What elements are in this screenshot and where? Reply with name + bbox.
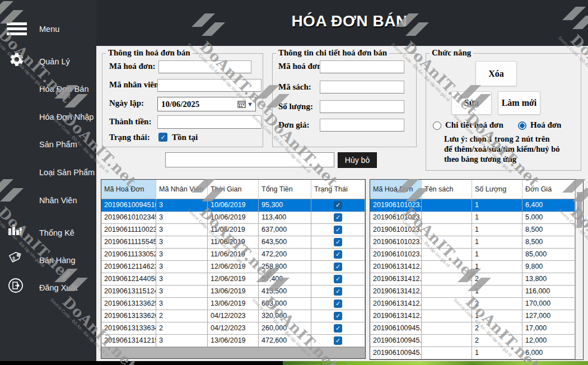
column-header[interactable]: Trạng Thái: [311, 180, 365, 199]
status-checkbox[interactable]: ✓: [334, 275, 342, 283]
table-cell[interactable]: 20190611115545: [101, 236, 156, 249]
table-row[interactable]: 20190611133052311/06/2019472,200✓: [101, 249, 365, 261]
status-checkbox[interactable]: ✓: [334, 287, 342, 296]
table-cell[interactable]: [422, 298, 472, 310]
table-cell[interactable]: 127,000: [522, 310, 575, 322]
sidebar-item-hoa-don-ban[interactable]: Hóa Đơn Bán: [0, 80, 96, 99]
table-cell[interactable]: [422, 335, 472, 347]
table-cell[interactable]: 201906131412...: [370, 261, 422, 273]
table-row[interactable]: 201906101023...15,000: [370, 212, 583, 224]
table-cell[interactable]: 11/06/2019: [208, 224, 259, 236]
table-cell[interactable]: 258,800: [259, 261, 311, 273]
table-cell[interactable]: [422, 310, 472, 322]
status-checkbox[interactable]: ✓: [334, 238, 342, 246]
table-cell[interactable]: 2: [156, 322, 208, 335]
unit-price-input[interactable]: [320, 119, 404, 132]
table-cell[interactable]: 201906101023...: [370, 212, 422, 224]
invoice-id-input[interactable]: [158, 60, 251, 73]
table-row[interactable]: 201906101023...18,500: [370, 236, 583, 249]
table-cell[interactable]: 12,000: [522, 335, 575, 347]
table-cell[interactable]: 201906100945...: [370, 347, 422, 359]
table-cell[interactable]: 3: [156, 236, 208, 249]
radio-detail-label[interactable]: Chi tiết hoá đơn: [445, 120, 503, 130]
table-cell[interactable]: 113,400: [259, 212, 311, 224]
table-cell[interactable]: 3: [156, 212, 208, 224]
table-cell[interactable]: [422, 224, 472, 236]
table-cell[interactable]: 413,500: [259, 286, 311, 298]
table-row[interactable]: 20190611115545311/06/2019643,500✓: [101, 236, 365, 249]
table-cell[interactable]: 1: [472, 347, 522, 359]
delete-button[interactable]: Xóa: [475, 61, 517, 86]
table-cell[interactable]: 04/12/2023: [208, 310, 259, 322]
sidebar-item-dang-xuat[interactable]: Đăng Xuất: [0, 279, 96, 298]
table-cell[interactable]: 6,400: [522, 199, 575, 212]
table-cell[interactable]: [422, 322, 472, 335]
table-cell[interactable]: 472,600: [259, 335, 311, 347]
table-row[interactable]: 201906131412...2170,000: [370, 298, 583, 310]
table-cell[interactable]: 10/06/2019: [208, 212, 259, 224]
table-cell[interactable]: 20190610094516: [101, 199, 156, 212]
table-cell[interactable]: 1: [472, 310, 522, 322]
table-cell[interactable]: 201906131412...: [370, 273, 422, 286]
quantity-input[interactable]: [320, 100, 404, 113]
table-cell[interactable]: 1: [472, 212, 522, 224]
table-cell[interactable]: ✓: [311, 199, 365, 212]
table-cell[interactable]: 13,800: [522, 273, 575, 286]
sidebar-item-menu[interactable]: Menu: [0, 20, 96, 39]
table-cell[interactable]: ✓: [311, 224, 365, 236]
table-cell[interactable]: 1: [472, 236, 522, 249]
table-cell[interactable]: 20190612144058: [101, 273, 156, 286]
status-checkbox[interactable]: ✓: [334, 336, 342, 345]
table-cell[interactable]: 3: [156, 261, 208, 273]
sidebar-item-nhan-vien[interactable]: Nhân Viên: [0, 191, 96, 210]
table-cell[interactable]: 20190613133626: [101, 310, 156, 322]
table-cell[interactable]: [422, 249, 472, 261]
table-cell[interactable]: 11/06/2019: [208, 249, 259, 261]
table-row[interactable]: 201906131412...19,800: [370, 261, 583, 273]
book-id-input[interactable]: [320, 81, 404, 93]
table-cell[interactable]: 320,000: [259, 310, 311, 322]
table-cell[interactable]: ✓: [311, 335, 365, 347]
table-cell[interactable]: 20190613133634: [101, 322, 156, 335]
status-checkbox[interactable]: ✓: [334, 312, 342, 320]
column-header[interactable]: Tên sách: [422, 180, 472, 199]
table-cell[interactable]: ✓: [311, 286, 365, 298]
table-cell[interactable]: 04/12/2023: [208, 322, 259, 335]
table-cell[interactable]: 20190610102345: [101, 212, 156, 224]
scrollbar-thumb[interactable]: [577, 192, 582, 228]
sidebar-item-thong-ke[interactable]: Thống Kê: [0, 224, 96, 243]
table-row[interactable]: 201906101023...185,000: [370, 249, 583, 261]
table-cell[interactable]: ✓: [311, 298, 365, 310]
status-checkbox[interactable]: ✓: [334, 324, 342, 333]
table-cell[interactable]: 3: [156, 249, 208, 261]
table-cell[interactable]: 1: [472, 261, 522, 273]
table-cell[interactable]: 10/06/2019: [208, 199, 259, 212]
table-cell[interactable]: [422, 236, 472, 249]
sidebar-item-hoa-don-nhap[interactable]: Hóa Đơn Nhập: [0, 108, 96, 127]
table-cell[interactable]: 13/06/2019: [208, 286, 259, 298]
status-checkbox[interactable]: ✓: [334, 201, 342, 209]
table-cell[interactable]: 5,000: [522, 212, 575, 224]
status-checkbox[interactable]: ✓: [334, 226, 342, 234]
table-row[interactable]: 201906131412...1127,000: [370, 310, 583, 322]
table-cell[interactable]: 201906131412...: [370, 310, 422, 322]
sidebar-item-quan-ly[interactable]: Quản Lý: [0, 53, 96, 72]
table-cell[interactable]: 201906101023...: [370, 249, 422, 261]
table-cell[interactable]: ✓: [311, 261, 365, 273]
calendar-icon[interactable]: [237, 100, 246, 108]
table-cell[interactable]: 1: [472, 224, 522, 236]
column-header[interactable]: Thời Gian: [208, 180, 259, 199]
table-cell[interactable]: 116,000: [522, 286, 575, 298]
column-header[interactable]: Mã Nhân Viên: [156, 180, 208, 199]
table-cell[interactable]: ✓: [311, 236, 365, 249]
status-checkbox[interactable]: ✓: [334, 300, 342, 308]
table-cell[interactable]: 2: [472, 273, 522, 286]
table-cell[interactable]: 2: [472, 335, 522, 347]
table-cell[interactable]: ✓: [311, 310, 365, 322]
table-cell[interactable]: 57,400: [259, 273, 311, 286]
table-cell[interactable]: 20190611133052: [101, 249, 156, 261]
table-row[interactable]: 20190613115124313/06/2019413,500✓: [101, 286, 365, 298]
table-cell[interactable]: 3: [156, 298, 208, 310]
column-header[interactable]: Tổng Tiền: [259, 180, 311, 199]
table-cell[interactable]: 472,200: [259, 249, 311, 261]
